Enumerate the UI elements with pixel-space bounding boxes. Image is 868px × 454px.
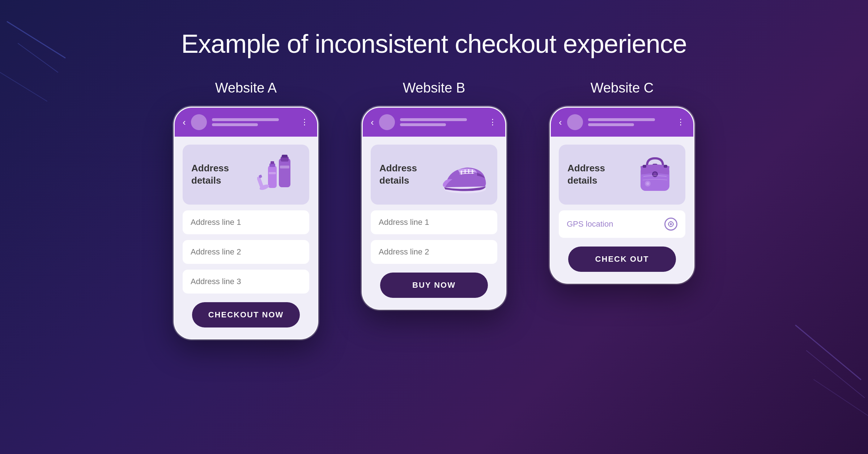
buy-now-button[interactable]: BUY NOW [380, 273, 488, 298]
phone-b-body: Address details [363, 137, 505, 309]
check-out-button[interactable]: CHECK OUT [568, 247, 676, 272]
svg-line-5 [814, 380, 868, 416]
address-line-2-b[interactable] [371, 240, 497, 264]
svg-rect-13 [269, 172, 276, 174]
phone-c-topbar: ‹ ⋮ [551, 108, 693, 137]
svg-line-4 [807, 351, 864, 398]
address-card-a: Address details [183, 145, 309, 205]
address-line-3-a[interactable] [183, 270, 309, 294]
address-card-title-b: Address details [379, 162, 438, 187]
topbar-lines-b [400, 118, 484, 126]
product-image-bag [633, 155, 677, 194]
address-card-title-a: Address details [191, 162, 257, 187]
svg-point-29 [646, 182, 649, 185]
product-image-cosmetics [257, 155, 301, 194]
address-line-1-b[interactable] [371, 210, 497, 234]
address-card-title-c: Address details [567, 162, 633, 187]
back-icon-a[interactable]: ‹ [183, 117, 186, 128]
address-line-2-a[interactable] [183, 240, 309, 264]
website-b-label: Website B [403, 80, 465, 96]
svg-point-37 [670, 223, 671, 224]
topbar-line-2b [400, 123, 446, 126]
avatar-a [191, 114, 207, 130]
menu-dots-b[interactable]: ⋮ [489, 117, 497, 127]
svg-rect-6 [279, 158, 290, 187]
svg-rect-15 [257, 176, 264, 189]
website-a-section: Website A ‹ ⋮ Address details [174, 80, 318, 339]
svg-rect-31 [664, 165, 667, 168]
svg-rect-30 [643, 165, 646, 168]
back-icon-c[interactable]: ‹ [559, 117, 562, 128]
phone-a-body: Address details [175, 137, 317, 338]
page-title: Example of inconsistent checkout experie… [0, 29, 868, 59]
topbar-line-1b [400, 118, 467, 121]
checkout-now-button[interactable]: CHECKOUT NOW [192, 302, 300, 327]
address-card-b: Address details [371, 145, 497, 205]
phone-a-frame: ‹ ⋮ Address details [174, 107, 318, 339]
website-c-section: Website C ‹ ⋮ Address details [550, 80, 694, 284]
gps-location-field[interactable]: GPS location [559, 210, 685, 238]
phone-b-topbar: ‹ ⋮ [363, 108, 505, 137]
phone-a-topbar: ‹ ⋮ [175, 108, 317, 137]
website-c-label: Website C [591, 80, 654, 96]
phone-c-frame: ‹ ⋮ Address details [550, 107, 694, 284]
phone-b-frame: ‹ ⋮ Address details [362, 107, 506, 310]
gps-icon [664, 218, 677, 231]
gps-placeholder: GPS location [567, 219, 613, 229]
back-icon-b[interactable]: ‹ [371, 117, 374, 128]
avatar-c [567, 114, 583, 130]
menu-dots-a[interactable]: ⋮ [301, 117, 309, 127]
product-image-shoe [438, 155, 489, 194]
menu-dots-c[interactable]: ⋮ [677, 117, 685, 127]
topbar-line-2 [212, 123, 258, 126]
topbar-line-1 [212, 118, 279, 121]
phones-container: Website A ‹ ⋮ Address details [0, 80, 868, 339]
avatar-b [379, 114, 395, 130]
topbar-lines-a [212, 118, 295, 126]
address-line-1-a[interactable] [183, 210, 309, 234]
topbar-line-2c [588, 123, 634, 126]
website-b-section: Website B ‹ ⋮ Address details [362, 80, 506, 310]
svg-rect-12 [271, 161, 274, 164]
topbar-line-1c [588, 118, 655, 121]
phone-c-body: Address details [551, 137, 693, 283]
svg-rect-8 [282, 155, 288, 158]
svg-rect-9 [280, 166, 289, 168]
topbar-lines-c [588, 118, 672, 126]
website-a-label: Website A [215, 80, 277, 96]
svg-rect-10 [268, 166, 277, 188]
address-card-c: Address details [559, 145, 685, 205]
